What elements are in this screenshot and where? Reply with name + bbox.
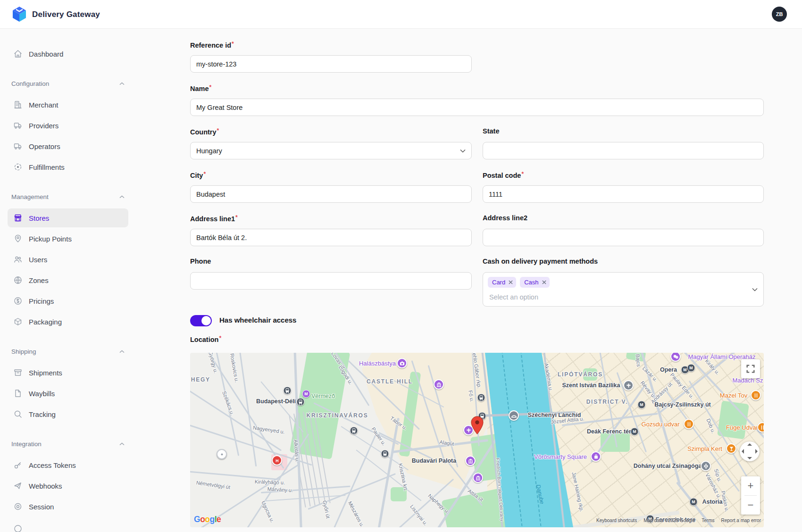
toggle-knob <box>201 316 211 325</box>
address-line2-input[interactable] <box>483 229 764 246</box>
location-map[interactable]: HalászbástyaCASTLE HILLVérmezőBudapest-D… <box>190 353 764 527</box>
store-icon <box>13 213 23 223</box>
sidebar-item-operators[interactable]: Operators <box>8 137 128 156</box>
metroM-icon: M <box>632 429 638 435</box>
bus-stop-poi[interactable] <box>284 387 292 395</box>
attribution-link[interactable]: Terms <box>702 518 714 523</box>
sidebar-item-zones[interactable]: Zones <box>8 271 128 290</box>
sidebar-section-shipping[interactable]: Shipping <box>11 345 125 358</box>
attribution-link[interactable]: Map data ©2025 Google <box>643 518 695 523</box>
sidebar-section-configuration[interactable]: Configuration <box>11 77 125 90</box>
archive-icon <box>13 368 23 377</box>
deak-metro-poi[interactable]: M <box>631 428 639 436</box>
map-label: Vérmező <box>311 393 335 399</box>
sidebar-item-partial[interactable] <box>8 518 128 532</box>
map-label: DISTRICT V. <box>586 399 628 405</box>
sidebar-item-users[interactable]: Users <box>8 250 128 269</box>
zoom-in-button[interactable]: + <box>741 476 760 495</box>
city-label: City* <box>190 171 206 180</box>
sidebar-item-pricings[interactable]: Pricings <box>8 291 128 310</box>
address-line1-input[interactable] <box>190 229 472 246</box>
bus-stop-poi[interactable] <box>350 427 358 435</box>
bajcsy-metro-poi[interactable]: M <box>638 401 646 409</box>
szimpla-poi[interactable] <box>726 443 736 454</box>
mazel-tov-poi[interactable] <box>751 390 761 400</box>
gozsdu-poi[interactable] <box>684 419 694 429</box>
svg-text:M: M <box>683 367 686 372</box>
sidebar-item-webhooks[interactable]: Webhooks <box>8 476 128 495</box>
avatar[interactable]: ZB <box>772 7 787 22</box>
metro-poi[interactable]: M <box>687 364 695 372</box>
sidebar-section-integration[interactable]: Integration <box>11 437 125 450</box>
deli-train-poi[interactable] <box>297 398 305 406</box>
box-icon <box>13 317 23 326</box>
reference-id-label: Reference id* <box>190 41 234 50</box>
map-label: Mazel Tov <box>720 392 747 399</box>
wheelchair-toggle[interactable] <box>190 315 212 326</box>
zsinagoga-poi[interactable] <box>701 461 711 471</box>
bus-icon <box>284 388 291 394</box>
chip-remove-icon[interactable] <box>509 280 513 284</box>
museum-poi[interactable] <box>473 473 483 483</box>
google-logo[interactable]: Google <box>194 515 221 524</box>
deli-metro-poi[interactable]: M <box>302 390 310 398</box>
attribution-link[interactable]: Keyboard shortcuts <box>596 518 637 523</box>
hospital-poi[interactable]: H <box>272 455 282 466</box>
sidebar-item-stores[interactable]: Stores <box>8 208 128 227</box>
map-park <box>461 508 483 527</box>
chip-remove-icon[interactable] <box>542 280 546 284</box>
postal-code-input[interactable] <box>483 185 764 203</box>
sidebar-item-pickup-points[interactable]: Pickup Points <box>8 229 128 248</box>
attribution-link[interactable]: Report a map error <box>721 518 761 523</box>
bridge-icon <box>511 413 517 419</box>
pan-control[interactable] <box>740 441 760 461</box>
bus-icon <box>351 428 357 434</box>
sidebar-item-merchant[interactable]: Merchant <box>8 95 128 114</box>
required-asterisk: * <box>209 84 212 91</box>
sidebar-item-session[interactable]: Session <box>8 497 128 516</box>
location-marker-pin[interactable] <box>471 416 484 437</box>
map-label: Füge Udvar <box>726 424 758 431</box>
sidebar-item-waybills[interactable]: Waybills <box>8 384 128 403</box>
zoom-out-button[interactable]: − <box>741 496 760 515</box>
bus-stop-poi[interactable] <box>381 450 389 458</box>
svg-text:M: M <box>304 391 308 396</box>
phone-input[interactable] <box>190 272 472 290</box>
sidebar-section-management[interactable]: Management <box>11 190 125 203</box>
sidebar-item-label: Pricings <box>29 297 54 305</box>
theater-icon <box>673 354 679 360</box>
city-input[interactable] <box>190 185 472 203</box>
chain-bridge-poi[interactable] <box>509 410 519 421</box>
reference-id-input[interactable] <box>190 55 472 73</box>
sidebar-item-fulfillments[interactable]: Fulfillments <box>8 158 128 176</box>
generic-poi[interactable] <box>217 449 227 459</box>
chevron-down-icon <box>460 149 466 153</box>
palota-poi[interactable] <box>465 456 476 466</box>
partial-icon <box>13 523 23 532</box>
map-label: Budavári Palota <box>412 457 456 464</box>
fullscreen-button[interactable] <box>741 359 760 378</box>
app-title: Delivery Gateway <box>32 10 100 19</box>
sidebar-item-tracking[interactable]: Tracking <box>8 405 128 424</box>
castle-poi[interactable] <box>434 379 444 390</box>
name-input[interactable] <box>190 99 764 116</box>
state-input[interactable] <box>483 142 764 159</box>
country-select[interactable]: Hungary <box>190 142 472 159</box>
metroM-icon: M <box>691 499 697 505</box>
sidebar-item-providers[interactable]: Providers <box>8 116 128 135</box>
sidebar-item-dashboard[interactable]: Dashboard <box>8 44 128 63</box>
sidebar-item-label: Access Tokens <box>29 461 76 469</box>
halaszbastya-poi[interactable] <box>397 358 407 368</box>
bazilika-poi[interactable] <box>623 380 634 391</box>
sidebar-item-packaging[interactable]: Packaging <box>8 312 128 331</box>
map-label: Dohány utcai Zsinagóga <box>634 463 702 469</box>
sidebar-item-shipments[interactable]: Shipments <box>8 363 128 382</box>
cod-multiselect[interactable]: CardCash Select an option <box>483 272 764 307</box>
map-label: Gozsdu udvar <box>642 421 680 428</box>
sidebar-item-access-tokens[interactable]: Access Tokens <box>8 456 128 474</box>
vorosmarty-poi[interactable] <box>591 451 601 462</box>
pan-down-icon <box>747 457 752 459</box>
astoria-metro-poi[interactable]: M <box>690 498 698 506</box>
map-label: Halászbástya <box>359 360 396 367</box>
bus-stop-poi[interactable] <box>477 394 485 402</box>
